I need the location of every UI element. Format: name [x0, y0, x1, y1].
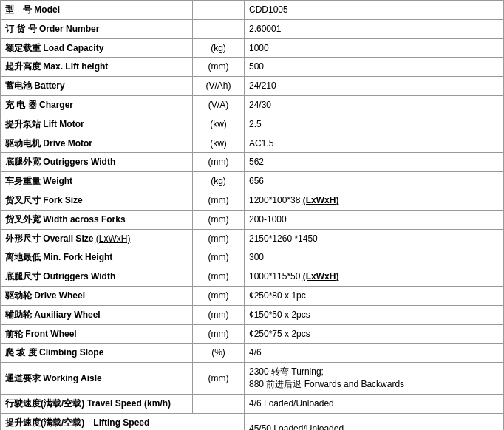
unit-cell: (kg): [193, 38, 245, 58]
label-zh: 底腿外宽: [5, 157, 41, 167]
table-row: 充 电 器 Charger(V/A)24/30: [1, 95, 504, 115]
unit-cell: (kg): [193, 172, 245, 191]
label-zh: 起升高度: [5, 61, 41, 72]
unit-cell: (mm): [193, 248, 245, 267]
label-en: Load Capacity: [43, 43, 103, 53]
table-row: 额定载重 Load Capacity(kg)1000: [1, 38, 504, 58]
value-cell: 2150*1260 *1450: [245, 229, 504, 248]
label-en: Drive Motor: [43, 138, 92, 149]
table-row: 货叉外宽 Width across Forks(mm)200-1000: [1, 210, 504, 229]
label-cell: 爬 坡 度 Climbing Slope: [1, 344, 193, 363]
label-en: Weight: [43, 176, 72, 186]
label-cell: 充 电 器 Charger: [1, 95, 193, 115]
unit-cell: (kw): [193, 115, 245, 134]
label-en: Lift Motor: [43, 119, 84, 129]
unit-cell: (mm): [193, 229, 245, 248]
table-row: 车身重量 Weight(kg)656: [1, 172, 504, 191]
unit-cell: (mm): [193, 363, 245, 395]
label-en: Drive Wheel: [34, 290, 85, 301]
label-en: Charger: [39, 100, 73, 110]
value-cell: 656: [245, 172, 504, 191]
table-row: 起升高度 Max. Lift height(mm)500: [1, 58, 504, 77]
table-row: 订 货 号 Order Number2.60001: [1, 19, 504, 38]
label-en: Model: [34, 4, 60, 15]
label-zh: 离地最低: [5, 252, 41, 262]
table-row: 蓄电池 Battery(V/Ah)24/210: [1, 77, 504, 96]
label-zh: 车身重量: [5, 176, 41, 186]
unit-cell: (kw): [193, 134, 245, 153]
label-cell: 车身重量 Weight: [1, 172, 193, 191]
label-cell: 额定载重 Load Capacity: [1, 38, 193, 58]
value-cell: CDD1005: [245, 1, 504, 20]
label-zh: 货叉外宽: [5, 214, 41, 225]
value-cell: 1000*115*50 (LxWxH): [245, 267, 504, 287]
label-zh: 订 货 号: [5, 24, 37, 34]
table-row: 底腿外宽 Outriggers Width(mm)562: [1, 153, 504, 172]
unit-cell: [193, 19, 245, 38]
unit-cell: [193, 394, 245, 413]
table-row: 提升速度(满载/空载) Lifting Speed(mm/s)45/50 Loa…: [1, 413, 504, 430]
value-cell: 2.60001: [245, 19, 504, 38]
table-row: 前轮 Front Wheel(mm)¢250*75 x 2pcs: [1, 324, 504, 344]
table-row: 爬 坡 度 Climbing Slope(%)4/6: [1, 344, 504, 363]
table-row: 外形尺寸 Overall Size (LxWxH)(mm)2150*1260 *…: [1, 229, 504, 248]
label-cell: 通道要求 Working Aisle: [1, 363, 193, 395]
label-cell: 底腿外宽 Outriggers Width: [1, 153, 193, 172]
label-cell: 起升高度 Max. Lift height: [1, 58, 193, 77]
table-row: 行驶速度(满载/空载) Travel Speed (km/h)4/6 Loade…: [1, 394, 504, 413]
value-cell: 500: [245, 58, 504, 77]
label-en: Max. Lift height: [43, 61, 108, 72]
label-en: Overall Size: [43, 233, 95, 244]
table-row: 通道要求 Working Aisle(mm)2300 转弯 Turning;88…: [1, 363, 504, 395]
value-cell: ¢250*75 x 2pcs: [245, 324, 504, 344]
value-cell: 24/210: [245, 77, 504, 96]
unit-cell: (mm): [193, 267, 245, 287]
value-cell: AC1.5: [245, 134, 504, 153]
label-en: Outriggers Width: [43, 157, 115, 167]
unit-cell: (mm): [193, 191, 245, 210]
label-zh: 通道要求: [5, 373, 41, 383]
value-cell: 2300 转弯 Turning;880 前进后退 Forwards and Ba…: [245, 363, 504, 395]
label-cell: 蓄电池 Battery: [1, 77, 193, 96]
unit-cell: (V/Ah): [193, 77, 245, 96]
label-cell: 驱动电机 Drive Motor: [1, 134, 193, 153]
label-en: Min. Fork Height: [43, 252, 112, 262]
label-en: Battery: [34, 81, 64, 91]
table-row: 底腿尺寸 Outriggers Width(mm)1000*115*50 (Lx…: [1, 267, 504, 287]
label-zh: 前轮: [5, 329, 23, 339]
label-cell: 驱动轮 Drive Wheel: [1, 286, 193, 305]
value-cell: 45/50 Loaded/Unloaded: [245, 413, 504, 430]
table-row: 辅助轮 Auxiliary Wheel(mm)¢150*50 x 2pcs: [1, 305, 504, 324]
label-zh: 提升速度(满载/空载) Lifting Speed: [5, 417, 149, 428]
label-en: Width across Forks: [43, 214, 125, 225]
value-cell: 562: [245, 153, 504, 172]
table-row: 驱动电机 Drive Motor(kw)AC1.5: [1, 134, 504, 153]
label-zh: 驱动电机: [5, 138, 41, 149]
label-zh: 额定载重: [5, 43, 41, 53]
label-cell: 提升泵站 Lift Motor: [1, 115, 193, 134]
specs-table: 型 号 ModelCDD1005订 货 号 Order Number2.6000…: [0, 0, 504, 430]
label-cell: 货叉尺寸 Fork Size: [1, 191, 193, 210]
label-cell: 前轮 Front Wheel: [1, 324, 193, 344]
value-cell: 1200*100*38 (LxWxH): [245, 191, 504, 210]
label-en: Travel Speed (km/h): [87, 398, 171, 409]
label-en: Order Number: [39, 24, 99, 34]
label-cell: 离地最低 Min. Fork Height: [1, 248, 193, 267]
unit-cell: (mm): [193, 305, 245, 324]
table-row: 型 号 ModelCDD1005: [1, 1, 504, 20]
value-cell: 200-1000: [245, 210, 504, 229]
label-zh: 货叉尺寸: [5, 195, 41, 205]
value-cell: 24/30: [245, 95, 504, 115]
unit-cell: (%): [193, 344, 245, 363]
label-zh: 驱动轮: [5, 290, 32, 301]
label-zh: 提升泵站: [5, 119, 41, 129]
label-cell: 型 号 Model: [1, 1, 193, 20]
table-row: 离地最低 Min. Fork Height(mm)300: [1, 248, 504, 267]
table-row: 货叉尺寸 Fork Size(mm)1200*100*38 (LxWxH): [1, 191, 504, 210]
value-cell: 2.5: [245, 115, 504, 134]
unit-cell: (V/A): [193, 95, 245, 115]
unit-cell: (mm): [193, 58, 245, 77]
value-cell: 4/6: [245, 344, 504, 363]
unit-cell: (mm): [193, 324, 245, 344]
label-en: Front Wheel: [25, 329, 76, 339]
